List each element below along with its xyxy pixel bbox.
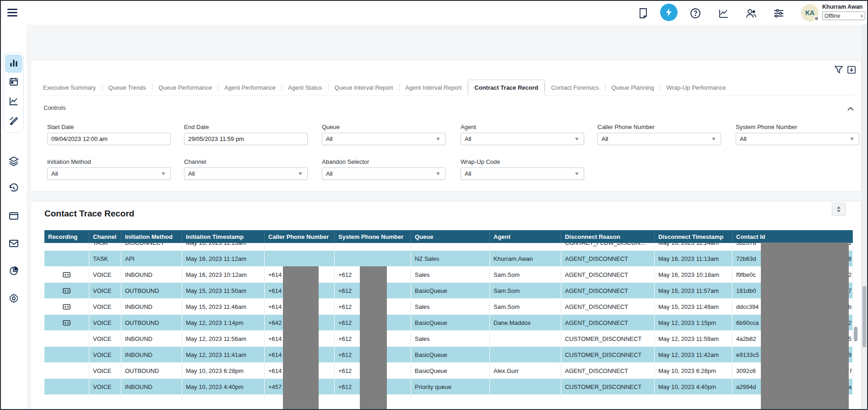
- tab-agent-status[interactable]: Agent Status: [282, 80, 328, 96]
- sidebar-item-mail[interactable]: [8, 239, 19, 250]
- column-header-recording[interactable]: Recording: [44, 230, 89, 243]
- table-cell: AGENT_DISCONNECT: [561, 251, 655, 267]
- calendar-icon: [9, 77, 19, 89]
- recording-icon[interactable]: [44, 267, 89, 283]
- sliders-icon[interactable]: [773, 7, 785, 19]
- table-row[interactable]: VOICEINBOUNDMay 10, 2023 4:40pm+457+612P…: [44, 379, 853, 395]
- filter-dropdown[interactable]: All: [736, 133, 859, 145]
- people-icon[interactable]: [745, 7, 757, 19]
- table-cell: CUSTOMER_DISCONNECT: [561, 395, 655, 399]
- table-cell: Priority queue: [411, 379, 490, 395]
- status-select[interactable]: Offlinev: [822, 11, 865, 20]
- table-cell: May 15, 2023 11:49am: [655, 299, 732, 315]
- sidebar-item-history[interactable]: [8, 184, 19, 195]
- recording-cell: [44, 347, 89, 363]
- tab-agent-performance[interactable]: Agent Performance: [218, 80, 282, 96]
- column-header-channel[interactable]: Channel: [89, 230, 121, 243]
- tab-executive-summary[interactable]: Executive Summary: [37, 80, 102, 96]
- filter-initiation-method: Initiation MethodAll: [47, 158, 171, 180]
- column-header-initiation-method[interactable]: Initiation Method: [121, 230, 182, 243]
- filter-dropdown[interactable]: All: [322, 167, 445, 180]
- tab-queue-trends[interactable]: Queue Trends: [103, 80, 152, 96]
- column-header-caller-phone-number[interactable]: Caller Phone Number: [265, 230, 335, 243]
- table-row[interactable]: VOICEOUTBOUNDMay 10, 2023 6:28pm+614+612…: [44, 363, 853, 379]
- window-scrollbar[interactable]: [862, 25, 867, 410]
- contact-id-prefix: 4a2b82: [736, 335, 756, 342]
- table-cell: May 12, 2023 11:42am: [655, 347, 732, 363]
- recording-icon[interactable]: [44, 315, 89, 331]
- column-header-contact-id[interactable]: Contact Id: [732, 230, 853, 243]
- contact-id-prefix: ddcc394: [736, 303, 759, 310]
- sidebar-item-layers[interactable]: [8, 156, 19, 167]
- filter-label: Wrap-Up Code: [461, 158, 584, 165]
- table-cell: BasicQueue: [411, 315, 490, 331]
- note-icon[interactable]: [637, 7, 649, 19]
- column-header-disconnect-reason[interactable]: Disconnect Reason: [561, 230, 655, 243]
- filter-dropdown[interactable]: All: [184, 167, 308, 180]
- sidebar-item-schedule[interactable]: [5, 74, 22, 92]
- recording-cell: [44, 251, 89, 267]
- filter-input[interactable]: 09/04/2023 12:00 am: [47, 133, 171, 145]
- table-cell: Khurram.Awan: [490, 251, 561, 267]
- table-cell: VOICE: [89, 379, 121, 395]
- download-icon[interactable]: [847, 66, 856, 76]
- column-header-queue[interactable]: Queue: [411, 230, 490, 243]
- table-cell: BasicQueue: [411, 363, 490, 379]
- recording-icon[interactable]: [44, 283, 89, 299]
- column-header-disconnect-timestamp[interactable]: Disconnect Timestamp: [655, 230, 732, 243]
- window-scrollbar-thumb[interactable]: [863, 286, 866, 347]
- table-cell: Dane.Maddox: [490, 315, 561, 331]
- table-row[interactable]: VOICEINBOUNDMay 12, 2023 11:56am+614+612…: [44, 331, 853, 347]
- tab-contact-forensics[interactable]: Contact Forensics: [545, 80, 605, 96]
- contact-id-prefix: f9fbe0c: [736, 271, 756, 278]
- table-row[interactable]: TASKAPIMay 16, 2023 11:12amNZ SalesKhurr…: [44, 251, 853, 267]
- sidebar-item-pie[interactable]: [8, 266, 19, 277]
- collapse-chevron-icon[interactable]: [847, 104, 854, 113]
- table-row[interactable]: TASKDISCONNECTMay 16, 2023 11:13amCONTAC…: [44, 243, 853, 251]
- table-cell: Sales: [411, 299, 490, 315]
- table-scrollbar-thumb[interactable]: [854, 327, 857, 341]
- filter-dropdown[interactable]: All: [322, 133, 445, 145]
- recording-cell: [44, 395, 89, 399]
- sidebar-item-reports[interactable]: [5, 54, 22, 73]
- redaction-box-caller-phone: [283, 266, 319, 410]
- chart-icon[interactable]: [718, 7, 730, 19]
- filter-dropdown[interactable]: All: [461, 167, 584, 180]
- table-row[interactable]: VOICEINBOUNDMay 15, 2023 11:46am+614+612…: [44, 299, 853, 315]
- table-row[interactable]: VOICEOUTBOUNDMay 15, 2023 11:50am+614+61…: [44, 283, 853, 299]
- sidebar-item-settings[interactable]: [8, 294, 19, 305]
- tab-contract-trace-record[interactable]: Contract Trace Record: [468, 80, 544, 96]
- table-cell: INBOUND: [121, 299, 182, 315]
- table-cell: BasicQueue: [411, 283, 490, 299]
- column-header-initiation-timestamp[interactable]: Initiation Timestamp: [182, 230, 265, 243]
- tab-queue-performance[interactable]: Queue Performance: [152, 80, 218, 96]
- filter-label: Initiation Method: [47, 158, 171, 165]
- table-row[interactable]: VOICEINBOUNDMay 12, 2023 11:41am+614+612…: [44, 347, 853, 363]
- hamburger-menu-icon[interactable]: [7, 9, 17, 17]
- table-cell: May 10, 2023 3:35pm: [182, 395, 265, 399]
- table-row[interactable]: VOICEOUTBOUNDMay 12, 2023 1:14pm+642+612…: [44, 315, 853, 331]
- tab-agent-interval-report[interactable]: Agent Interval Report: [399, 80, 467, 96]
- table-cell: AGENT_DISCONNECT: [561, 315, 655, 331]
- column-header-agent[interactable]: Agent: [490, 230, 561, 243]
- filter-input[interactable]: 29/05/2023 11:59 pm: [184, 133, 308, 145]
- table-row[interactable]: VOICEINBOUNDMay 16, 2023 10:12am+614+612…: [44, 267, 853, 283]
- column-header-system-phone-number[interactable]: System Phone Number: [335, 230, 411, 243]
- help-icon[interactable]: [689, 7, 701, 19]
- recording-cell: [44, 243, 89, 251]
- tab-wrap-up-performance[interactable]: Wrap-Up Performance: [661, 80, 732, 96]
- sidebar-item-window[interactable]: [8, 211, 19, 222]
- table-row[interactable]: VOICEINBOUNDMay 10, 2023 3:35pm+614+612B…: [44, 395, 853, 399]
- sidebar-item-trends[interactable]: [5, 93, 22, 111]
- bolt-icon[interactable]: [660, 4, 678, 21]
- tab-queue-planning[interactable]: Queue Planning: [606, 80, 660, 96]
- filter-dropdown[interactable]: All: [47, 167, 171, 180]
- filter-dropdown[interactable]: All: [597, 133, 721, 145]
- recording-icon[interactable]: [44, 299, 89, 315]
- tab-queue-interval-report[interactable]: Queue Interval Report: [329, 80, 399, 96]
- contact-id-prefix: a2994d: [736, 383, 756, 390]
- sidebar-item-design[interactable]: [5, 112, 22, 130]
- table-stepper[interactable]: [832, 203, 846, 216]
- filter-dropdown[interactable]: All: [461, 133, 584, 145]
- filter-funnel-icon[interactable]: [835, 66, 843, 76]
